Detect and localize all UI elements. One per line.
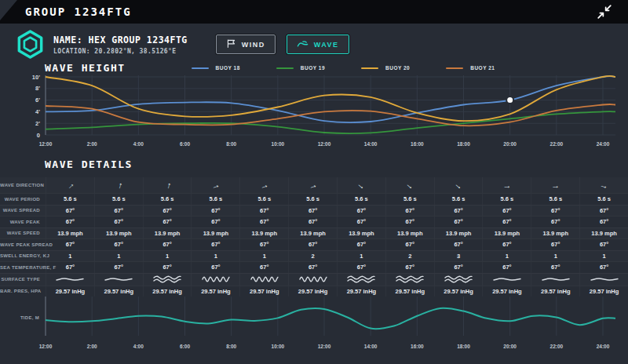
legend-swatch [446, 67, 463, 69]
table-cell: 67° [337, 206, 385, 217]
table-cell: 67° [531, 206, 579, 217]
wind-button[interactable]: WIND [216, 35, 276, 54]
row-label: SEA TEMPERATURE, F [0, 265, 46, 270]
table-cell: 13.9 mph [337, 228, 385, 239]
svg-text:22:00: 22:00 [550, 344, 564, 349]
table-cell: 67° [288, 206, 337, 217]
wave-direction-arrow-icon: → [579, 177, 628, 193]
title-bar: GROUP 1234FTG [0, 0, 628, 24]
app-root: GROUP 1234FTG NAME: HEX GROUP 1234FTG LO… [0, 0, 628, 364]
table-cell: 67° [94, 239, 143, 250]
table-cell: 5.6 s [143, 194, 192, 205]
table-cell: 67° [191, 206, 239, 217]
table-cell: 67° [239, 206, 288, 217]
collapse-icon[interactable] [597, 4, 612, 20]
legend-item[interactable]: BUOY 19 [276, 65, 325, 71]
table-cell: 67° [337, 239, 385, 250]
legend-item[interactable]: BUOY 18 [192, 65, 240, 71]
surface-type-icon [239, 274, 288, 286]
legend-swatch [361, 67, 378, 69]
surface-type-icon [337, 274, 385, 286]
svg-text:8:00: 8:00 [226, 344, 236, 349]
svg-text:10': 10' [32, 74, 40, 81]
row-label: WAVE PERIOD [0, 197, 46, 202]
legend-item[interactable]: BUOY 20 [361, 65, 410, 71]
table-row-wave-period: WAVE PERIOD5.6 s5.6 s5.6 s5.6 s5.6 s5.6 … [0, 193, 628, 205]
table-cell: 67° [46, 239, 94, 250]
table-cell: 13.9 mph [94, 228, 143, 239]
table-cell: 1 [94, 251, 143, 262]
table-row-wave-spread: WAVE SPREAD67°67°67°67°67°67°67°67°67°67… [0, 205, 628, 217]
row-label: SWELL ENERGY, KJ [0, 253, 46, 258]
table-cell: 67° [434, 206, 483, 217]
svg-text:10:00: 10:00 [272, 141, 285, 147]
group-info: NAME: HEX GROUP 1234FTG LOCATION: 20.280… [53, 35, 188, 55]
table-cell: 3 [434, 251, 483, 262]
table-cell: 13.9 mph [288, 228, 337, 239]
table-row-surface-type: SURFACE TYPE [0, 273, 628, 286]
table-cell: 67° [46, 262, 94, 273]
table-cell: 67° [434, 217, 483, 228]
legend-item[interactable]: BUOY 21 [446, 65, 495, 71]
table-row-wave-peak-spread: WAVE PEAK SPREAD67°67°67°67°67°67°67°67°… [0, 238, 628, 250]
svg-text:2:00: 2:00 [87, 141, 97, 147]
table-cell: 67° [385, 217, 434, 228]
table-cell: 67° [94, 217, 143, 228]
wave-direction-arrow-icon: → [531, 177, 579, 193]
row-label: WAVE PEAK SPREAD [0, 242, 46, 247]
table-cell: 67° [191, 217, 239, 228]
svg-text:12:00: 12:00 [318, 344, 331, 349]
flag-icon [226, 38, 236, 50]
location-value: 20.2802°N, 38.5126°E [94, 48, 176, 55]
table-cell: 13.9 mph [434, 228, 483, 239]
svg-text:4': 4' [35, 108, 40, 115]
table-row-wave-speed: WAVE SPEED13.9 mph13.9 mph13.9 mph13.9 m… [0, 228, 628, 239]
legend: BUOY 18BUOY 19BUOY 20BUOY 21 [192, 65, 495, 71]
wave-direction-arrow-icon: → [46, 177, 94, 193]
table-cell: 67° [482, 217, 531, 228]
table-cell: 1 [531, 251, 579, 262]
table-cell: 67° [239, 217, 288, 228]
table-cell: 67° [385, 262, 434, 273]
svg-text:20:00: 20:00 [503, 141, 517, 147]
svg-text:14:00: 14:00 [364, 141, 378, 147]
table-cell: 67° [531, 262, 579, 273]
tide-chart[interactable]: 12:002:004:006:008:0010:0012:0014:0016:0… [0, 292, 628, 356]
wave-direction-arrow-icon: → [239, 177, 288, 193]
table-cell: 67° [385, 239, 434, 250]
wave-direction-arrow-icon: → [337, 177, 385, 193]
wave-direction-arrow-icon: → [434, 177, 483, 193]
surface-type-icon [143, 274, 192, 286]
row-label: WAVE SPEED [0, 231, 46, 235]
wave-button[interactable]: WAVE [287, 35, 349, 54]
table-cell: 67° [94, 206, 143, 217]
table-cell: 67° [579, 217, 628, 228]
svg-text:0: 0 [37, 132, 40, 139]
table-cell: 13.9 mph [531, 228, 579, 239]
table-cell: 67° [482, 262, 531, 273]
table-cell: 67° [94, 262, 143, 273]
svg-text:6:00: 6:00 [180, 141, 190, 147]
table-cell: 67° [337, 217, 385, 228]
table-cell: 2 [385, 251, 434, 262]
table-cell: 67° [337, 262, 385, 273]
wind-button-label: WIND [242, 41, 265, 49]
legend-label: BUOY 21 [470, 65, 495, 71]
table-cell: 67° [143, 239, 192, 250]
surface-type-icon [434, 274, 483, 286]
table-cell: 67° [288, 217, 337, 228]
svg-text:12:00: 12:00 [39, 344, 53, 349]
svg-text:16:00: 16:00 [411, 344, 424, 349]
svg-text:18:00: 18:00 [457, 141, 470, 147]
table-cell: 67° [191, 262, 239, 273]
legend-swatch [192, 67, 209, 69]
table-cell: 5.6 s [531, 194, 579, 205]
group-title: GROUP 1234FTG [0, 0, 628, 24]
wave-icon [297, 39, 309, 50]
wave-height-chart[interactable]: 10'8'6'4'2'012:002:004:006:008:0010:0012… [0, 72, 628, 152]
wave-direction-arrow-icon: → [385, 177, 434, 193]
table-cell: 13.9 mph [385, 228, 434, 239]
row-label: WAVE SPREAD [0, 208, 46, 213]
table-cell: 67° [288, 239, 337, 250]
svg-text:12:00: 12:00 [39, 141, 53, 147]
